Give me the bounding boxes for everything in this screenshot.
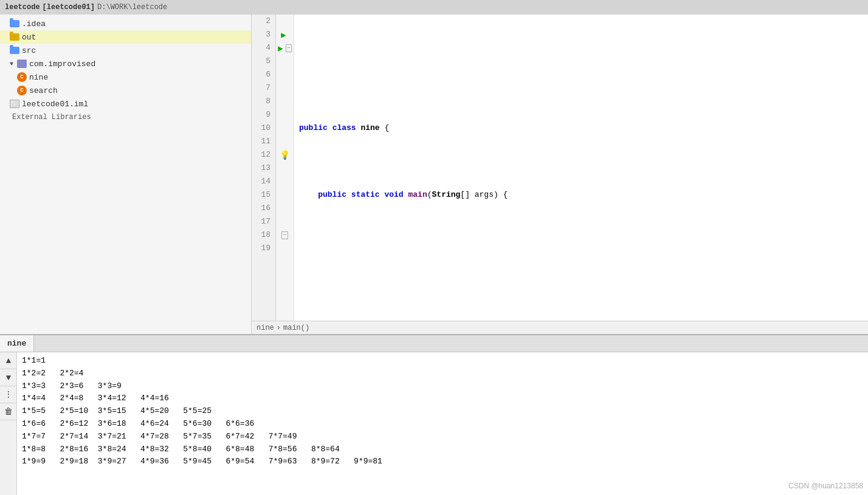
gutter-9	[276, 108, 294, 121]
panel-tab-nine-label: nine	[7, 339, 26, 348]
sidebar-item-search[interactable]: search	[0, 84, 251, 97]
toolbar-btn-clear[interactable]: 🗑	[0, 403, 17, 420]
gutter-3[interactable]: ▶	[276, 28, 294, 41]
gutter-2	[276, 15, 294, 28]
fold-4[interactable]: −	[286, 44, 292, 52]
sidebar-item-out[interactable]: out	[0, 30, 251, 44]
gutter: ▶ ▶ − 💡 −	[276, 15, 294, 321]
fold-18[interactable]: −	[281, 231, 288, 239]
line-num-5: 5	[257, 55, 270, 68]
line-num-15: 15	[257, 188, 270, 202]
bottom-panel: nine ▲ ▼ ⋮ 🗑 1*1=1 1*2=2 2*2=4 1*3=3 2*3…	[0, 334, 868, 495]
toolbar-btn-down[interactable]: ▼	[0, 369, 17, 386]
gutter-12[interactable]: 💡	[276, 148, 294, 162]
sidebar-item-nine[interactable]: nine	[0, 70, 251, 84]
gutter-19	[276, 242, 294, 255]
code-line-6	[299, 309, 863, 321]
line-num-3: 3	[257, 28, 270, 41]
project-name: leetcode	[5, 3, 40, 12]
line-num-19: 19	[257, 242, 270, 255]
line-num-18: 18	[257, 228, 270, 242]
sidebar-external-libraries[interactable]: External Libraries	[0, 111, 251, 124]
run-arrow-3[interactable]: ▶	[281, 30, 286, 40]
src-folder-icon	[10, 47, 19, 54]
gutter-15	[276, 188, 294, 202]
gutter-13	[276, 162, 294, 175]
com-improvised-label: com.improvised	[29, 60, 95, 69]
breadcrumb: nine › main()	[252, 321, 868, 334]
gutter-5	[276, 55, 294, 68]
line-num-9: 9	[257, 108, 270, 121]
line-num-10: 10	[257, 121, 270, 135]
editor-panel: 2 3 4 5 6 7 8 9 10 11 12 13 14 15 16 17 …	[252, 15, 868, 334]
sidebar-item-src[interactable]: src	[0, 44, 251, 57]
breadcrumb-main[interactable]: main()	[283, 324, 309, 332]
idea-label: .idea	[22, 19, 46, 29]
panel-tab-bar: nine	[0, 335, 868, 352]
gutter-18[interactable]: −	[276, 228, 294, 242]
external-libraries-label: External Libraries	[10, 111, 94, 124]
line-num-12: 12	[257, 148, 270, 162]
idea-folder-icon	[10, 20, 19, 27]
line-num-11: 11	[257, 135, 270, 148]
output-line-4: 1*4=4 2*4=8 3*4=12 4*4=16	[22, 392, 863, 405]
line-numbers: 2 3 4 5 6 7 8 9 10 11 12 13 14 15 16 17 …	[252, 15, 276, 321]
gutter-17	[276, 215, 294, 228]
panel-tab-nine[interactable]: nine	[0, 335, 34, 352]
breadcrumb-nine[interactable]: nine	[257, 324, 274, 332]
search-label: search	[29, 86, 58, 95]
output-line-6: 1*6=6 2*6=12 3*6=18 4*6=24 5*6=30 6*6=36	[22, 418, 863, 431]
output-line-1: 1*1=1	[22, 355, 863, 367]
lightbulb-icon[interactable]: 💡	[280, 150, 290, 160]
gutter-6	[276, 68, 294, 81]
line-num-13: 13	[257, 162, 270, 175]
watermark: CSDN @huan1213858	[788, 482, 863, 490]
out-folder-icon	[10, 33, 19, 41]
panel-content-row: ▲ ▼ ⋮ 🗑 1*1=1 1*2=2 2*2=4 1*3=3 2*3=6 3*…	[0, 352, 868, 495]
line-num-17: 17	[257, 215, 270, 228]
code-content[interactable]: public class nine { public static void m…	[294, 15, 868, 321]
line-num-8: 8	[257, 95, 270, 108]
expand-arrow-com: ▼	[10, 61, 17, 67]
sidebar-item-iml[interactable]: ⬜ leetcode01.iml	[0, 97, 251, 111]
line-num-6: 6	[257, 68, 270, 81]
output-line-7: 1*7=7 2*7=14 3*7=21 4*7=28 5*7=35 6*7=42…	[22, 431, 863, 443]
com-improvised-icon	[17, 60, 27, 68]
gutter-16	[276, 202, 294, 215]
output-line-2: 1*2=2 2*2=4	[22, 367, 863, 380]
code-line-5	[299, 255, 863, 268]
gutter-7	[276, 81, 294, 95]
line-num-7: 7	[257, 81, 270, 95]
code-editor[interactable]: 2 3 4 5 6 7 8 9 10 11 12 13 14 15 16 17 …	[252, 15, 868, 321]
output-line-5: 1*5=5 2*5=10 3*5=15 4*5=20 5*5=25	[22, 405, 863, 418]
output-line-3: 1*3=3 2*3=6 3*3=9	[22, 380, 863, 393]
project-id: [leetcode01]	[43, 3, 95, 12]
run-arrow-4[interactable]: ▶	[278, 43, 283, 53]
title-bar: leetcode [leetcode01] D:\WORK\leetcode	[0, 0, 868, 15]
line-num-16: 16	[257, 202, 270, 215]
output-line-9: 1*9=9 2*9=18 3*9=27 4*9=36 5*9=45 6*9=54…	[22, 456, 863, 468]
line-num-4: 4	[257, 41, 270, 55]
sidebar: .idea out src ▼ com.improvised	[0, 15, 252, 334]
breadcrumb-sep1: ›	[277, 324, 281, 332]
sidebar-item-com-improvised[interactable]: ▼ com.improvised	[0, 57, 251, 70]
code-line-3: public class nine {	[299, 121, 863, 135]
src-label: src	[22, 46, 36, 55]
gutter-10	[276, 121, 294, 135]
code-line-2	[299, 55, 863, 68]
project-path: D:\WORK\leetcode	[97, 3, 167, 12]
iml-icon: ⬜	[10, 100, 19, 108]
sidebar-tree: .idea out src ▼ com.improvised	[0, 15, 251, 334]
nine-java-icon	[17, 72, 27, 82]
panel-toolbar: ▲ ▼ ⋮ 🗑	[0, 352, 17, 495]
sidebar-item-idea[interactable]: .idea	[0, 17, 251, 30]
gutter-8	[276, 95, 294, 108]
out-label: out	[22, 33, 36, 42]
gutter-11	[276, 135, 294, 148]
toolbar-btn-menu[interactable]: ⋮	[0, 386, 17, 403]
output-line-8: 1*8=8 2*8=16 3*8=24 4*8=32 5*8=40 6*8=48…	[22, 443, 863, 456]
output-content: 1*1=1 1*2=2 2*2=4 1*3=3 2*3=6 3*3=9 1*4=…	[17, 352, 868, 495]
gutter-4[interactable]: ▶ −	[276, 41, 294, 55]
line-num-2: 2	[257, 15, 270, 28]
toolbar-btn-up[interactable]: ▲	[0, 352, 17, 369]
